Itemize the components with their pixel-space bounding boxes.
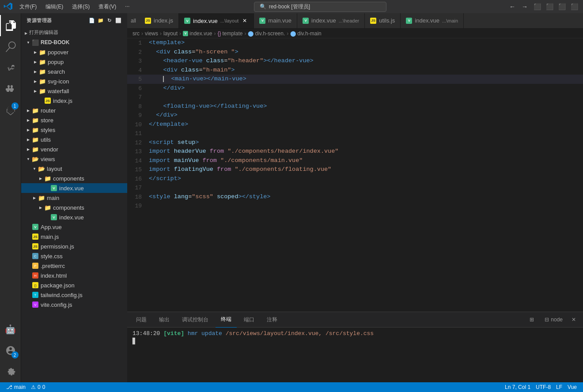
tree-item-indexvue-main[interactable]: V index.vue xyxy=(21,212,127,222)
panel-layout-btn[interactable]: ⊞ xyxy=(526,316,539,324)
activity-search[interactable] xyxy=(0,36,21,57)
tree-item-utils[interactable]: 📁 utils xyxy=(21,135,127,144)
status-language[interactable]: Vue xyxy=(565,384,579,390)
line-code-19[interactable] xyxy=(147,201,583,211)
line-code-17[interactable] xyxy=(147,183,583,192)
breadcrumb-div-hscreen[interactable]: ⬤ div.h-screen. xyxy=(248,30,285,37)
tree-item-views[interactable]: 📂 views xyxy=(21,154,127,164)
status-position[interactable]: Ln 7, Col 1 xyxy=(502,384,533,390)
tab-all[interactable]: all xyxy=(127,13,140,28)
menu-select[interactable]: 选择(S) xyxy=(68,2,93,11)
search-box[interactable]: 🔍 red-book [管理员] xyxy=(254,2,386,12)
status-encoding[interactable]: UTF-8 xyxy=(533,384,553,390)
tree-item-store[interactable]: 📁 store xyxy=(21,115,127,125)
line-code-3[interactable]: <header-vue class="h-header"></header-vu… xyxy=(147,57,583,66)
line-code-11[interactable] xyxy=(147,129,583,138)
panel-close-btn[interactable]: ✕ xyxy=(568,316,579,324)
new-file-icon[interactable]: 📄 xyxy=(88,17,95,24)
activity-account[interactable]: 2 xyxy=(0,340,21,361)
nav-back[interactable]: ← xyxy=(507,1,518,12)
panel-tab-terminal[interactable]: 终端 xyxy=(216,312,237,328)
line-code-8[interactable]: <floating-vue></floating-vue> xyxy=(147,102,583,111)
line-code-13[interactable]: import headerVue from "./components/head… xyxy=(147,147,583,156)
tab-indexjs[interactable]: JS index.js xyxy=(140,13,179,28)
tab-indexvue-layout[interactable]: V index.vue ...\layout ✕ xyxy=(179,13,254,28)
tab-indexvue-main-tab[interactable]: V index.vue ...\main xyxy=(401,13,464,28)
line-code-12[interactable]: <script setup> xyxy=(147,138,583,147)
menu-view[interactable]: 查看(V) xyxy=(95,2,120,11)
breadcrumb-template[interactable]: {} template xyxy=(217,30,242,37)
tree-item-router[interactable]: 📁 router xyxy=(21,106,127,115)
menu-file[interactable]: 文件(F) xyxy=(16,2,40,11)
tree-item-vendor[interactable]: 📁 vendor xyxy=(21,144,127,154)
panel-layout[interactable]: ⬛ xyxy=(556,1,567,12)
tree-item-svg-icon[interactable]: 📁 svg-icon xyxy=(21,76,127,86)
line-code-9[interactable]: </div> xyxy=(147,111,583,120)
tree-item-mainjs[interactable]: JS main.js xyxy=(21,232,127,241)
collapse-all-icon[interactable]: ⬜ xyxy=(115,17,122,24)
panel-tab-ports[interactable]: 端口 xyxy=(238,312,260,328)
line-code-6[interactable]: </div> xyxy=(147,84,583,93)
activity-ai[interactable]: 🤖 xyxy=(0,319,21,340)
tree-item-prettierrc[interactable]: P .prettierrc xyxy=(21,261,127,271)
menu-edit[interactable]: 编辑(E) xyxy=(42,2,67,11)
refresh-icon[interactable]: ↻ xyxy=(106,17,113,24)
line-code-1[interactable]: <template> xyxy=(147,38,583,48)
breadcrumb-indexvue[interactable]: V index.vue xyxy=(183,30,212,37)
tab-indexvue-layout-close[interactable]: ✕ xyxy=(241,17,248,24)
status-errors[interactable]: ⚠ 0 0 xyxy=(28,384,48,390)
tree-item-popover[interactable]: 📁 popover xyxy=(21,47,127,57)
tree-item-waterfall[interactable]: 📁 waterfall xyxy=(21,86,127,96)
line-code-15[interactable]: import floatingVue from "./components/fl… xyxy=(147,165,583,174)
customize-layout[interactable]: ⬛ xyxy=(569,1,579,12)
tree-item-main-folder[interactable]: 📁 main xyxy=(21,193,127,203)
line-code-18[interactable]: <style lang="scss" scoped></style> xyxy=(147,192,583,202)
tab-utilsjs[interactable]: JS utils.js xyxy=(365,13,401,28)
editor-layout[interactable]: ⬛ xyxy=(544,1,555,12)
line-code-2[interactable]: <div class="h-screen "> xyxy=(147,48,583,57)
tab-mainvue[interactable]: V main.vue xyxy=(254,13,297,28)
activity-settings[interactable] xyxy=(0,361,21,382)
breadcrumb-div-hmain[interactable]: ⬤ div.h-main xyxy=(290,30,321,37)
code-editor[interactable]: 1 <template> 2 <div class="h-screen "> 3… xyxy=(127,38,583,312)
nav-forward[interactable]: → xyxy=(519,1,530,12)
tree-item-layout[interactable]: 📂 layout xyxy=(21,164,127,173)
line-code-4[interactable]: <div class="h-main"> xyxy=(147,66,583,75)
tree-item-stylecss[interactable]: C style.css xyxy=(21,251,127,261)
breadcrumb-views[interactable]: views xyxy=(145,30,158,37)
panel-tab-problems[interactable]: 问题 xyxy=(131,312,152,328)
panel-split-btn[interactable]: ⊟ node xyxy=(541,316,566,324)
new-folder-icon[interactable]: 📁 xyxy=(97,17,104,24)
tree-item-packagejson[interactable]: {} package.json xyxy=(21,280,127,290)
tree-item-indexhtml[interactable]: H index.html xyxy=(21,271,127,280)
activity-debug[interactable] xyxy=(0,79,21,100)
line-code-5[interactable]: <main-vue></main-vue> xyxy=(147,75,583,84)
activity-scm[interactable] xyxy=(0,57,21,79)
panel-tab-output[interactable]: 输出 xyxy=(154,312,175,328)
tree-item-indexjs-src[interactable]: JS index.js xyxy=(21,96,127,106)
tree-item-search-folder[interactable]: 📁 search xyxy=(21,67,127,76)
open-editors-section[interactable]: 打开的编辑器 xyxy=(21,27,127,38)
breadcrumb-src[interactable]: src xyxy=(132,30,140,37)
tree-item-components-main[interactable]: 📁 components xyxy=(21,203,127,212)
tree-item-tailwindconfig[interactable]: T tailwind.config.js xyxy=(21,290,127,300)
status-branch[interactable]: ⎇ main xyxy=(4,384,28,390)
tab-indexvue-header[interactable]: V index.vue ...\header xyxy=(297,13,365,28)
status-line-ending[interactable]: LF xyxy=(553,384,565,390)
panel-tab-comments[interactable]: 注释 xyxy=(261,312,283,328)
line-code-7[interactable] xyxy=(147,93,583,102)
tree-item-styles[interactable]: 📁 styles xyxy=(21,125,127,135)
breadcrumb-layout[interactable]: layout xyxy=(163,30,178,37)
project-root[interactable]: ⬛ RED-BOOK xyxy=(21,38,127,47)
activity-extensions[interactable]: 1 xyxy=(0,100,21,121)
line-code-16[interactable]: </script> xyxy=(147,174,583,184)
line-code-14[interactable]: import mainVue from "./components/main.v… xyxy=(147,156,583,166)
line-code-10[interactable]: </template> xyxy=(147,120,583,129)
tree-item-indexvue-layout[interactable]: V index.vue xyxy=(21,183,127,193)
sidebar-toggle[interactable]: ⬛ xyxy=(532,1,542,12)
tree-item-viteconfig[interactable]: V vite.config.js xyxy=(21,300,127,309)
activity-explorer[interactable] xyxy=(0,15,21,36)
tree-item-popup[interactable]: 📁 popup xyxy=(21,57,127,67)
tree-item-appvue[interactable]: V App.vue xyxy=(21,222,127,232)
tree-item-components[interactable]: 📁 components xyxy=(21,173,127,183)
